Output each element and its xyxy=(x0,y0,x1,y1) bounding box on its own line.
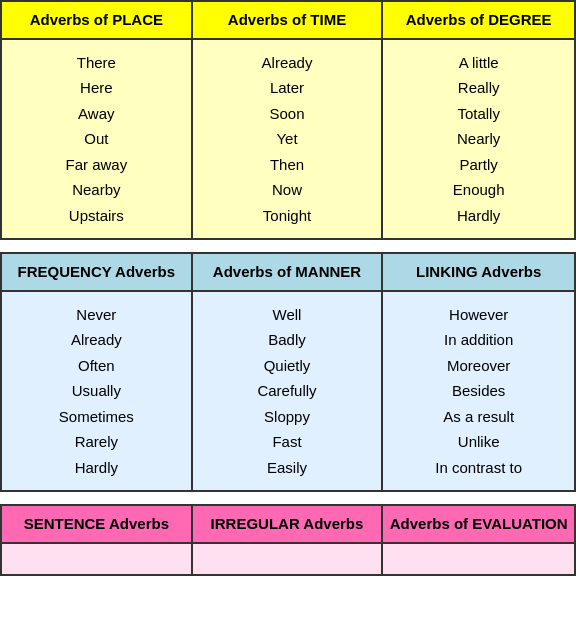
section1-header-row: Adverbs of PLACE Adverbs of TIME Adverbs… xyxy=(2,2,574,40)
header-place: Adverbs of PLACE xyxy=(2,2,193,40)
section-sentence-irregular-evaluation: SENTENCE Adverbs IRREGULAR Adverbs Adver… xyxy=(0,504,576,576)
section2-header-row: FREQUENCY Adverbs Adverbs of MANNER LINK… xyxy=(2,254,574,292)
section1-body-row: ThereHereAwayOutFar awayNearbyUpstairs A… xyxy=(2,40,574,239)
section3-col2 xyxy=(193,544,384,574)
section2-col2: WellBadlyQuietlyCarefullySloppyFastEasil… xyxy=(193,292,384,491)
section2-col1: NeverAlreadyOftenUsuallySometimesRarelyH… xyxy=(2,292,193,491)
section1-col1: ThereHereAwayOutFar awayNearbyUpstairs xyxy=(2,40,193,239)
section1-col3: A littleReallyTotallyNearlyPartlyEnoughH… xyxy=(383,40,574,239)
section-place-time-degree: Adverbs of PLACE Adverbs of TIME Adverbs… xyxy=(0,0,576,240)
section3-body-row xyxy=(2,544,574,574)
header-manner: Adverbs of MANNER xyxy=(193,254,384,292)
section-frequency-manner-linking: FREQUENCY Adverbs Adverbs of MANNER LINK… xyxy=(0,252,576,492)
section3-header-row: SENTENCE Adverbs IRREGULAR Adverbs Adver… xyxy=(2,506,574,544)
header-frequency: FREQUENCY Adverbs xyxy=(2,254,193,292)
section1-col2: AlreadyLaterSoonYetThenNowTonight xyxy=(193,40,384,239)
section2-body-row: NeverAlreadyOftenUsuallySometimesRarelyH… xyxy=(2,292,574,491)
header-linking: LINKING Adverbs xyxy=(383,254,574,292)
section3-col3 xyxy=(383,544,574,574)
section2-col3: HoweverIn additionMoreoverBesidesAs a re… xyxy=(383,292,574,491)
header-evaluation: Adverbs of EVALUATION xyxy=(383,506,574,544)
header-time: Adverbs of TIME xyxy=(193,2,384,40)
section3-col1 xyxy=(2,544,193,574)
header-irregular: IRREGULAR Adverbs xyxy=(193,506,384,544)
header-sentence: SENTENCE Adverbs xyxy=(2,506,193,544)
header-degree: Adverbs of DEGREE xyxy=(383,2,574,40)
